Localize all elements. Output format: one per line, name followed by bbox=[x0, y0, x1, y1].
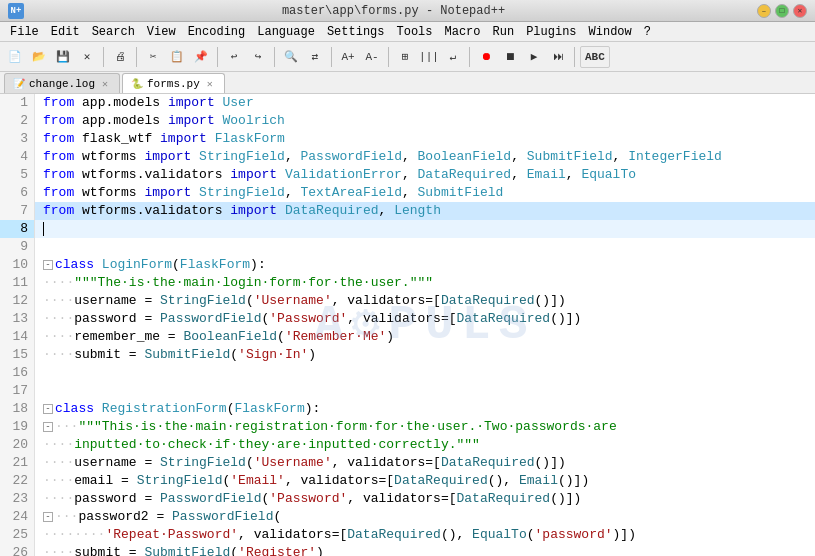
code-editor[interactable]: 1 2 3 4 5 6 7 8 9 10 11 12 13 14 15 16 1… bbox=[0, 94, 815, 556]
window-title: master\app\forms.py - Notepad++ bbox=[30, 4, 757, 18]
menu-plugins[interactable]: Plugins bbox=[520, 24, 582, 40]
formspy-tab-label: forms.py bbox=[147, 78, 200, 90]
maximize-button[interactable]: □ bbox=[775, 4, 789, 18]
toolbar-sep-6 bbox=[388, 47, 389, 67]
wrap-button[interactable]: ↵ bbox=[442, 46, 464, 68]
line-numbers: 1 2 3 4 5 6 7 8 9 10 11 12 13 14 15 16 1… bbox=[0, 94, 35, 556]
menu-bar: File Edit Search View Encoding Language … bbox=[0, 22, 815, 42]
tab-changelog[interactable]: 📝 change.log ✕ bbox=[4, 73, 120, 93]
collapse-19[interactable]: - bbox=[43, 422, 53, 432]
code-line-7: from wtforms.validators import DataRequi… bbox=[35, 202, 815, 220]
code-line-5: from wtforms.validators import Validatio… bbox=[35, 166, 815, 184]
menu-run[interactable]: Run bbox=[487, 24, 521, 40]
toolbar-sep-5 bbox=[331, 47, 332, 67]
code-line-23: ····password = PasswordField('Password',… bbox=[35, 490, 815, 508]
code-line-9 bbox=[35, 238, 815, 256]
code-line-14: ····remember_me = BooleanField('Remember… bbox=[35, 328, 815, 346]
code-line-3: from flask_wtf import FlaskForm bbox=[35, 130, 815, 148]
line-num-2: 2 bbox=[0, 112, 34, 130]
menu-help[interactable]: ? bbox=[638, 24, 657, 40]
menu-search[interactable]: Search bbox=[86, 24, 141, 40]
macro-record-button[interactable]: ⏺ bbox=[475, 46, 497, 68]
line-num-19: 19 bbox=[0, 418, 34, 436]
collapse-10[interactable]: - bbox=[43, 260, 53, 270]
line-num-20: 20 bbox=[0, 436, 34, 454]
code-line-21: ····username = StringField('Username', v… bbox=[35, 454, 815, 472]
open-file-button[interactable]: 📂 bbox=[28, 46, 50, 68]
window-controls[interactable]: – □ ✕ bbox=[757, 4, 807, 18]
line-num-4: 4 bbox=[0, 148, 34, 166]
code-line-15: ····submit = SubmitField('Sign·In') bbox=[35, 346, 815, 364]
paste-button[interactable]: 📌 bbox=[190, 46, 212, 68]
line-num-8: 8 bbox=[0, 220, 34, 238]
formspy-tab-icon: 🐍 bbox=[131, 78, 143, 90]
code-line-12: ····username = StringField('Username', v… bbox=[35, 292, 815, 310]
macro-stop-button[interactable]: ⏹ bbox=[499, 46, 521, 68]
menu-settings[interactable]: Settings bbox=[321, 24, 391, 40]
macro-play-button[interactable]: ▶ bbox=[523, 46, 545, 68]
line-num-11: 11 bbox=[0, 274, 34, 292]
menu-macro[interactable]: Macro bbox=[439, 24, 487, 40]
line-num-14: 14 bbox=[0, 328, 34, 346]
line-num-16: 16 bbox=[0, 364, 34, 382]
code-line-24: -···password2 = PasswordField( bbox=[35, 508, 815, 526]
code-line-22: ····email = StringField('Email', validat… bbox=[35, 472, 815, 490]
menu-edit[interactable]: Edit bbox=[45, 24, 86, 40]
code-line-17 bbox=[35, 382, 815, 400]
line-num-3: 3 bbox=[0, 130, 34, 148]
changelog-tab-label: change.log bbox=[29, 78, 95, 90]
save-file-button[interactable]: 💾 bbox=[52, 46, 74, 68]
toolbar: 📄 📂 💾 ✕ 🖨 ✂ 📋 📌 ↩ ↪ 🔍 ⇄ A+ A- ⊞ ||| ↵ ⏺ … bbox=[0, 42, 815, 72]
zoom-in-button[interactable]: A+ bbox=[337, 46, 359, 68]
find-button[interactable]: 🔍 bbox=[280, 46, 302, 68]
code-line-25: ········'Repeat·Password', validators=[D… bbox=[35, 526, 815, 544]
code-line-13: ····password = PasswordField('Password',… bbox=[35, 310, 815, 328]
menu-encoding[interactable]: Encoding bbox=[182, 24, 252, 40]
indent-guide-button[interactable]: ||| bbox=[418, 46, 440, 68]
formspy-tab-close[interactable]: ✕ bbox=[204, 78, 216, 90]
macro-run-button[interactable]: ⏭ bbox=[547, 46, 569, 68]
tab-bar: 📝 change.log ✕ 🐍 forms.py ✕ bbox=[0, 72, 815, 94]
toolbar-sep-4 bbox=[274, 47, 275, 67]
code-line-26: ····submit = SubmitField('Register') bbox=[35, 544, 815, 556]
line-num-9: 9 bbox=[0, 238, 34, 256]
spell-check-button[interactable]: ABC bbox=[580, 46, 610, 68]
changelog-tab-icon: 📝 bbox=[13, 78, 25, 90]
code-line-1: from app.models import User bbox=[35, 94, 815, 112]
minimize-button[interactable]: – bbox=[757, 4, 771, 18]
code-line-8 bbox=[35, 220, 815, 238]
code-line-4: from wtforms import StringField, Passwor… bbox=[35, 148, 815, 166]
line-num-15: 15 bbox=[0, 346, 34, 364]
undo-button[interactable]: ↩ bbox=[223, 46, 245, 68]
code-content[interactable]: A⚙PULS from app.models import User from … bbox=[35, 94, 815, 556]
menu-tools[interactable]: Tools bbox=[390, 24, 438, 40]
zoom-out-button[interactable]: A- bbox=[361, 46, 383, 68]
toolbar-sep-1 bbox=[103, 47, 104, 67]
cut-button[interactable]: ✂ bbox=[142, 46, 164, 68]
collapse-18[interactable]: - bbox=[43, 404, 53, 414]
view-all-button[interactable]: ⊞ bbox=[394, 46, 416, 68]
line-num-22: 22 bbox=[0, 472, 34, 490]
changelog-tab-close[interactable]: ✕ bbox=[99, 78, 111, 90]
close-button[interactable]: ✕ bbox=[793, 4, 807, 18]
collapse-24[interactable]: - bbox=[43, 512, 53, 522]
menu-view[interactable]: View bbox=[141, 24, 182, 40]
menu-file[interactable]: File bbox=[4, 24, 45, 40]
line-num-23: 23 bbox=[0, 490, 34, 508]
code-line-20: ····inputted·to·check·if·they·are·inputt… bbox=[35, 436, 815, 454]
new-file-button[interactable]: 📄 bbox=[4, 46, 26, 68]
line-num-13: 13 bbox=[0, 310, 34, 328]
code-line-11: ····"""The·is·the·main·login·form·for·th… bbox=[35, 274, 815, 292]
replace-button[interactable]: ⇄ bbox=[304, 46, 326, 68]
print-button[interactable]: 🖨 bbox=[109, 46, 131, 68]
line-num-17: 17 bbox=[0, 382, 34, 400]
tab-formspy[interactable]: 🐍 forms.py ✕ bbox=[122, 73, 225, 93]
menu-window[interactable]: Window bbox=[583, 24, 638, 40]
toolbar-sep-3 bbox=[217, 47, 218, 67]
line-num-26: 26 bbox=[0, 544, 34, 556]
copy-button[interactable]: 📋 bbox=[166, 46, 188, 68]
menu-language[interactable]: Language bbox=[251, 24, 321, 40]
redo-button[interactable]: ↪ bbox=[247, 46, 269, 68]
close-file-button[interactable]: ✕ bbox=[76, 46, 98, 68]
code-line-10: -class LoginForm(FlaskForm): bbox=[35, 256, 815, 274]
